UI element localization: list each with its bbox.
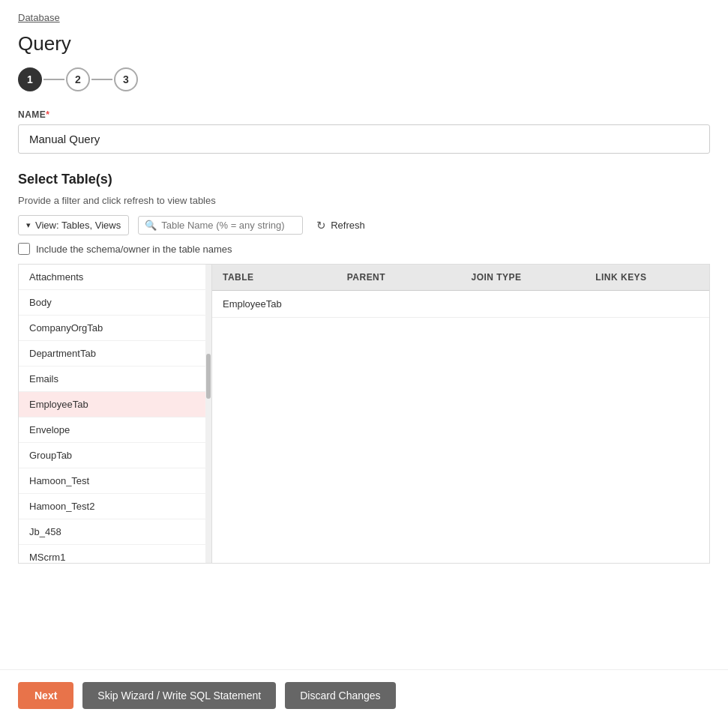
list-item[interactable]: Hamoon_Test [19,468,205,494]
breadcrumb[interactable]: Database [0,0,728,29]
breadcrumb-link[interactable]: Database [18,12,60,23]
col-link-keys: Link Keys [585,265,709,290]
list-item[interactable]: GroupTab [19,443,205,468]
list-item[interactable]: Hamoon_Test2 [19,494,205,519]
right-panel: Table Parent Join Type Link Keys Employe… [211,264,710,564]
view-select-label: View: Tables, Views [35,220,121,231]
main-content: AttachmentsBodyCompanyOrgTabDepartmentTa… [0,264,728,564]
row-join-type-value [461,291,586,317]
page-title: Query [0,29,728,67]
list-item[interactable]: MScrm1 [19,545,205,564]
name-input[interactable] [18,124,710,154]
step-2[interactable]: 2 [66,67,90,91]
row-table-value: EmployeeTab [212,291,337,317]
chevron-down-icon: ▾ [26,220,31,230]
col-parent: Parent [337,265,461,290]
col-table: Table [212,265,337,290]
schema-checkbox[interactable] [18,243,30,255]
row-parent-value [337,291,461,317]
col-join-type: Join Type [461,265,586,290]
step-1[interactable]: 1 [18,67,42,91]
list-item[interactable]: DepartmentTab [19,341,205,366]
stepper: 1 2 3 [0,67,728,109]
next-button[interactable]: Next [18,682,73,709]
step-3[interactable]: 3 [114,67,138,91]
refresh-label: Refresh [331,220,365,231]
toolbar: ▾ View: Tables, Views 🔍 ↻ Refresh [0,215,728,243]
step-connector-2 [91,79,112,80]
search-icon: 🔍 [145,220,157,231]
table-header: Table Parent Join Type Link Keys [212,265,709,291]
list-item[interactable]: Envelope [19,417,205,443]
list-item[interactable]: Emails [19,366,205,392]
view-select[interactable]: ▾ View: Tables, Views [18,215,129,235]
refresh-icon: ↻ [316,219,326,232]
table-list: AttachmentsBodyCompanyOrgTabDepartmentTa… [18,264,205,564]
list-item[interactable]: CompanyOrgTab [19,316,205,341]
list-item[interactable]: Body [19,290,205,316]
row-link-keys-value [585,291,709,317]
filter-hint: Provide a filter and click refresh to vi… [0,190,728,215]
list-item[interactable]: Attachments [19,265,205,290]
select-tables-title: Select Table(s) [0,154,728,190]
table-row: EmployeeTab [212,291,709,318]
required-indicator: * [46,109,49,120]
search-input[interactable] [161,220,296,231]
discard-changes-button[interactable]: Discard Changes [285,682,395,709]
scroll-thumb [206,354,211,399]
footer: Next Skip Wizard / Write SQL Statement D… [0,669,728,721]
list-item[interactable]: Jb_458 [19,519,205,545]
form-section: NAME* [0,109,728,154]
schema-checkbox-label: Include the schema/owner in the table na… [36,244,232,255]
list-item[interactable]: EmployeeTab [19,392,205,417]
checkbox-row: Include the schema/owner in the table na… [0,243,728,264]
scroll-indicator[interactable] [205,264,211,564]
skip-wizard-button[interactable]: Skip Wizard / Write SQL Statement [82,682,276,709]
name-label: NAME* [18,109,710,120]
refresh-button[interactable]: ↻ Refresh [312,216,370,235]
search-wrapper: 🔍 [138,216,303,235]
step-connector-1 [43,79,64,80]
